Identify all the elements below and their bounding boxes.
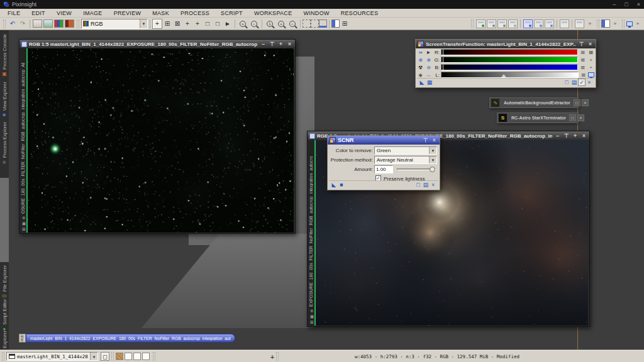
image-window-titlebar[interactable]: RGB 1:5 masterLight_BIN_1_4144x2822_EXPO… bbox=[19, 40, 295, 48]
menu-edit[interactable]: EDIT bbox=[31, 10, 45, 16]
protection-method-dropdown[interactable]: Average Neutral ▼ bbox=[374, 156, 437, 164]
undo-icon[interactable]: ↶ bbox=[8, 19, 18, 29]
settings-wrench-icon[interactable]: ◆ bbox=[417, 72, 424, 79]
zoom-in-icon[interactable]: + bbox=[240, 21, 246, 27]
pan-mode-icon[interactable]: + bbox=[182, 19, 192, 29]
virtual-monitor-icon[interactable] bbox=[626, 21, 633, 26]
zoom-out-icon[interactable]: − bbox=[251, 21, 257, 27]
process-edit-icon[interactable] bbox=[487, 19, 496, 28]
overflow-chevron[interactable]: » bbox=[585, 19, 595, 29]
reset-icon[interactable]: × bbox=[430, 181, 437, 189]
browse-doc-icon[interactable]: ▤ bbox=[422, 181, 430, 189]
amount-slider-handle[interactable] bbox=[430, 167, 435, 172]
auto-stretch-icon[interactable]: ⊞ bbox=[587, 49, 594, 56]
edit-instance-icon[interactable]: □ bbox=[563, 79, 570, 86]
edit-preview-icon[interactable]: □ bbox=[213, 19, 223, 29]
new-view-icon[interactable]: □ bbox=[101, 352, 109, 361]
close-icon[interactable]: × bbox=[286, 41, 293, 47]
iconized-abe-process[interactable]: ∿ AutomaticBackgroundExtractor □ × bbox=[489, 97, 579, 108]
sidebar-tab-process-explorer[interactable]: Process Explorer ☼ bbox=[0, 122, 9, 165]
statusbar-grip[interactable] bbox=[153, 352, 155, 361]
restore-icon[interactable]: □ bbox=[574, 99, 580, 106]
menu-workspace[interactable]: WORKSPACE bbox=[254, 10, 292, 16]
sidebar-tab-process-console[interactable]: Process Console ▣ bbox=[0, 34, 9, 77]
lock-icon[interactable]: ⊠ bbox=[22, 226, 26, 232]
center-image-icon[interactable]: + bbox=[192, 19, 203, 29]
menu-process[interactable]: PROCESS bbox=[180, 10, 209, 16]
menu-window[interactable]: WINDOW bbox=[303, 10, 329, 16]
screen-stf-icon[interactable] bbox=[43, 19, 53, 28]
side-panel-icon[interactable] bbox=[601, 19, 610, 28]
statusbar-grip[interactable] bbox=[2, 352, 4, 361]
stf-green-bar[interactable] bbox=[441, 57, 578, 63]
chevron-down-icon[interactable]: ▼ bbox=[140, 19, 147, 28]
stf-midtone-marker[interactable] bbox=[501, 74, 506, 77]
readout-icon[interactable]: ⊕ bbox=[22, 215, 26, 221]
sidebar-tab-script-editor[interactable]: Script Editor ● bbox=[0, 299, 9, 332]
crop-icon[interactable] bbox=[319, 19, 327, 28]
shade-icon[interactable]: ⊤ bbox=[563, 133, 570, 139]
statusbar-grip[interactable] bbox=[276, 352, 279, 361]
browse-doc-icon[interactable]: ▤ bbox=[570, 79, 578, 86]
zoom-in-icon[interactable]: ⊕ bbox=[417, 57, 424, 63]
menu-mask[interactable]: MASK bbox=[152, 10, 169, 16]
zoom-window-icon[interactable]: + bbox=[572, 133, 579, 139]
process-explorer-toggle-icon[interactable] bbox=[523, 19, 533, 28]
app-minimize-icon[interactable]: – bbox=[613, 1, 616, 8]
statusbar-grip[interactable] bbox=[111, 352, 114, 361]
screen-monitor-icon[interactable] bbox=[588, 72, 594, 77]
iconize-icon[interactable]: – bbox=[554, 133, 561, 139]
close-icon[interactable]: × bbox=[431, 137, 438, 143]
zoom-fit-icon[interactable]: ⊞ bbox=[162, 19, 172, 29]
menu-view[interactable]: VIEW bbox=[57, 10, 72, 16]
process-history-icon[interactable] bbox=[497, 19, 507, 28]
image-mode-icon[interactable] bbox=[65, 19, 74, 28]
mask-icon[interactable]: ▣ bbox=[22, 221, 26, 226]
scnr-titlebar[interactable]: SCNR ⊤ × bbox=[328, 136, 440, 145]
new-preview-icon[interactable]: □ bbox=[203, 19, 213, 29]
amount-slider[interactable] bbox=[397, 168, 436, 170]
split-view-icon[interactable] bbox=[331, 19, 340, 28]
starfield-image[interactable] bbox=[28, 48, 294, 233]
zoom-to-fit-icon[interactable]: + bbox=[278, 21, 284, 27]
amount-input[interactable] bbox=[374, 165, 393, 173]
mask-icon[interactable]: ▣ bbox=[310, 314, 314, 319]
chevron-down-icon[interactable]: ▼ bbox=[429, 147, 436, 154]
stf-blue-bar[interactable] bbox=[441, 64, 578, 70]
zoom-1-1-icon[interactable]: 1 bbox=[267, 21, 273, 27]
fit-view-icon[interactable] bbox=[33, 19, 42, 28]
black-point-icon[interactable]: ☢ bbox=[417, 64, 424, 71]
edit-stf-icon[interactable]: ► bbox=[425, 49, 432, 56]
toolbar-grip[interactable] bbox=[77, 19, 79, 28]
restore-icon[interactable]: □ bbox=[569, 114, 576, 121]
zoom-optimal-icon[interactable]: − bbox=[289, 21, 296, 27]
process-new-icon[interactable] bbox=[476, 19, 486, 28]
app-close-icon[interactable]: × bbox=[637, 1, 640, 8]
apply-icon[interactable]: ■ bbox=[338, 181, 345, 189]
track-view-check-icon[interactable]: ✓ bbox=[578, 79, 586, 86]
selection-mode-icon[interactable] bbox=[311, 19, 319, 28]
sidebar-tab-view-explorer[interactable]: View Explorer ■ bbox=[0, 82, 9, 118]
menu-script[interactable]: SCRIPT bbox=[221, 10, 243, 16]
readout-mode-icon[interactable]: + bbox=[152, 19, 162, 29]
fit-window-icon[interactable]: ⊞ bbox=[340, 19, 350, 29]
zoom-11-icon[interactable]: ⊕ bbox=[425, 57, 432, 63]
menu-image[interactable]: IMAGE bbox=[83, 10, 103, 16]
active-view-dropdown[interactable]: masterLight_BIN_1_4144x2822_EXP ▼ bbox=[6, 352, 98, 361]
shade-icon[interactable]: ⊤ bbox=[269, 41, 275, 47]
format-explorer-icon[interactable] bbox=[534, 19, 543, 28]
lock-icon[interactable]: ⊠ bbox=[310, 319, 314, 325]
view-selector-strip[interactable]: EXPOSURE_180_00s_FILTER_NoFilter_RGB_aut… bbox=[308, 140, 316, 326]
iconize-icon[interactable]: – bbox=[260, 41, 267, 47]
toolbar-grip[interactable] bbox=[622, 19, 625, 28]
chevron-down-icon[interactable]: ▼ bbox=[90, 353, 97, 360]
zoom-shrink-icon[interactable]: ⊠ bbox=[172, 19, 182, 29]
highlights-clip-icon[interactable]: + bbox=[587, 64, 594, 71]
menu-preview[interactable]: PREVIEW bbox=[114, 10, 142, 16]
close-icon[interactable]: × bbox=[580, 133, 587, 139]
shade-icon[interactable]: ⊤ bbox=[422, 137, 429, 143]
zoom-window-icon[interactable]: + bbox=[277, 41, 284, 47]
stf-lum-bar[interactable] bbox=[441, 72, 579, 78]
stf-titlebar[interactable]: ScreenTransferFunction: masterLight_BIN_… bbox=[416, 40, 596, 48]
link-rgb-icon[interactable]: ∞ bbox=[417, 49, 424, 56]
